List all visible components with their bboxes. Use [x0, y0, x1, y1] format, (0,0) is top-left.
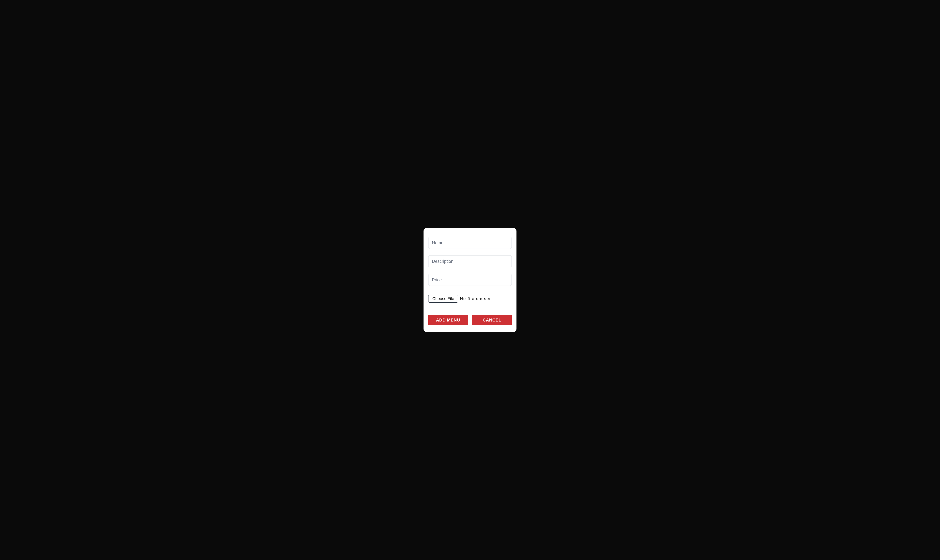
name-input[interactable]: [428, 237, 512, 249]
price-input[interactable]: [428, 274, 512, 286]
action-button-row: ADD MENU CANCEL: [428, 315, 512, 325]
add-menu-button[interactable]: ADD MENU: [428, 315, 468, 325]
file-status-text: No file chosen: [460, 296, 492, 301]
file-upload-row: Choose File No file chosen: [428, 295, 512, 303]
choose-file-button[interactable]: Choose File: [428, 295, 458, 303]
add-menu-modal: Choose File No file chosen ADD MENU CANC…: [424, 228, 516, 332]
description-input[interactable]: [428, 255, 512, 267]
cancel-button[interactable]: CANCEL: [472, 315, 512, 325]
